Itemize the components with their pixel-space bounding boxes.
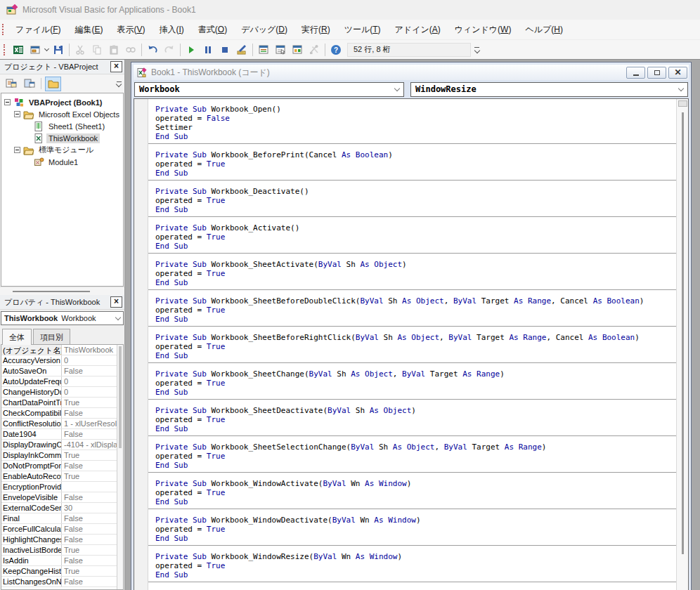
code-line[interactable]: Private Sub Workbook_SheetDeactivate(ByV… — [155, 406, 676, 415]
project-tree-hscrollbar[interactable] — [0, 287, 124, 295]
properties-window-button[interactable] — [272, 41, 289, 58]
property-value[interactable]: False — [62, 492, 117, 502]
code-line[interactable]: Private Sub Workbook_SheetSelectionChang… — [155, 442, 676, 452]
property-row[interactable]: EncryptionProvider — [1, 482, 117, 492]
code-line[interactable]: End Sub — [155, 169, 676, 178]
code-line[interactable]: operated = True — [155, 488, 676, 497]
code-line[interactable]: End Sub — [155, 388, 676, 397]
reset-button[interactable] — [216, 41, 233, 58]
property-value[interactable]: False — [62, 577, 117, 586]
save-button[interactable] — [50, 41, 67, 58]
tree-item-vbaproject-book1[interactable]: VBAProject (Book1) — [1, 96, 123, 108]
property-value[interactable]: False — [62, 513, 117, 523]
tab-alphabetic[interactable]: 全体 — [2, 329, 32, 345]
menu-item-5[interactable]: 書式(O) — [191, 20, 234, 40]
code-line[interactable]: Private Sub Workbook_WindowActivate(ByVa… — [155, 479, 676, 488]
property-row[interactable]: EnvelopeVisibleFalse — [1, 492, 117, 503]
menu-item-6[interactable]: デバッグ(D) — [234, 20, 294, 40]
code-line[interactable]: End Sub — [155, 205, 676, 214]
toolbar-overflow-button[interactable] — [472, 42, 481, 58]
property-row[interactable]: (オブジェクト名)ThisWorkbook — [1, 345, 117, 355]
maximize-button[interactable] — [647, 67, 666, 79]
run-button[interactable] — [183, 41, 200, 58]
property-row[interactable]: AutoUpdateFrequency0 — [1, 376, 117, 387]
code-procedure[interactable]: Private Sub Workbook_SheetChange(ByVal S… — [148, 369, 676, 400]
menu-item-2[interactable]: 編集(E) — [67, 20, 110, 40]
property-value[interactable]: -4104 - xlDisplayShapes — [62, 440, 117, 450]
view-excel-button[interactable] — [10, 41, 27, 58]
code-line[interactable]: operated = True — [155, 525, 676, 534]
properties-object-dropdown[interactable]: ThisWorkbook Workbook — [1, 311, 124, 325]
menu-item-4[interactable]: 挿入(I) — [153, 20, 191, 40]
copy-button[interactable] — [89, 41, 105, 58]
property-value[interactable]: True — [62, 450, 117, 460]
code-procedure[interactable]: Private Sub Workbook_BeforePrint(Cancel … — [148, 150, 676, 181]
code-procedure[interactable]: Private Sub Workbook_SheetSelectionChang… — [148, 442, 676, 473]
paste-button[interactable] — [105, 41, 122, 58]
property-value[interactable]: 0 — [62, 355, 117, 365]
properties-panel-close-button[interactable]: × — [110, 296, 122, 308]
project-panel-close-button[interactable]: × — [110, 61, 122, 72]
code-line[interactable]: operated = True — [155, 342, 676, 351]
property-value[interactable]: True — [62, 545, 117, 555]
tree-item-sheet1-sheet1[interactable]: Sheet1 (Sheet1) — [1, 120, 123, 132]
code-line[interactable]: Private Sub Workbook_BeforePrint(Cancel … — [155, 150, 676, 159]
code-line[interactable]: Private Sub Workbook_Open() — [155, 105, 676, 114]
code-procedure[interactable]: Private Sub Workbook_Open()operated = Fa… — [148, 105, 676, 144]
property-row[interactable]: DisplayInkCommentsTrue — [1, 450, 117, 461]
code-line[interactable]: End Sub — [155, 242, 676, 251]
code-line[interactable]: Private Sub Workbook_WindowDeactivate(By… — [155, 516, 676, 525]
code-procedure[interactable]: Private Sub Workbook_WindowDeactivate(By… — [148, 516, 676, 546]
property-row[interactable]: ChartDataPointTrackTrue — [1, 398, 117, 408]
project-explorer-button[interactable] — [255, 41, 272, 58]
code-line[interactable]: Private Sub Workbook_Activate() — [155, 223, 676, 232]
property-value[interactable]: 0 — [62, 376, 117, 386]
code-line[interactable]: End Sub — [155, 497, 676, 506]
property-row[interactable]: CheckCompatibilityFalse — [1, 408, 117, 419]
redo-button[interactable] — [161, 41, 178, 58]
hscrollbar-thumb[interactable] — [13, 291, 90, 292]
code-line[interactable]: End Sub — [155, 315, 676, 324]
code-procedure[interactable]: Private Sub Workbook_SheetActivate(ByVal… — [148, 260, 676, 290]
property-value[interactable]: False — [62, 524, 117, 534]
property-row[interactable]: ExternalCodeService30 — [1, 503, 117, 513]
tree-item-microsoft-excel-objects[interactable]: Microsoft Excel Objects — [1, 108, 123, 120]
code-line[interactable]: operated = True — [155, 415, 676, 424]
code-line[interactable]: operated = True — [155, 159, 676, 169]
property-row[interactable]: ChangeHistoryDuration0 — [1, 387, 117, 398]
close-button[interactable]: ✕ — [668, 67, 687, 79]
code-margin-indicator-bar[interactable] — [134, 99, 148, 590]
toolbox-button[interactable] — [306, 41, 323, 58]
property-value[interactable]: 1 - xlUserResolution — [62, 419, 117, 428]
code-line[interactable]: End Sub — [155, 132, 676, 141]
break-button[interactable] — [200, 41, 216, 58]
code-procedure[interactable]: Private Sub Workbook_SheetDeactivate(ByV… — [148, 406, 676, 436]
code-line[interactable]: operated = False — [155, 114, 676, 123]
property-row[interactable]: ConflictResolution1 - xlUserResolution — [1, 419, 117, 429]
property-row[interactable]: AccuracyVersion0 — [1, 355, 117, 366]
code-line[interactable]: operated = True — [155, 561, 676, 570]
code-vscrollbar[interactable] — [676, 99, 688, 590]
undo-button[interactable] — [144, 41, 161, 58]
tree-item-thisworkbook[interactable]: ThisWorkbook — [1, 132, 123, 144]
tree-item-module1[interactable]: Module1 — [1, 156, 123, 168]
help-button[interactable]: ? — [328, 41, 344, 58]
code-line[interactable]: End Sub — [155, 534, 676, 543]
menu-item-9[interactable]: アドイン(A) — [388, 20, 448, 40]
code-line[interactable]: operated = True — [155, 269, 676, 278]
find-button[interactable] — [122, 41, 139, 58]
toolbar-grip[interactable] — [4, 44, 7, 55]
property-row[interactable]: AutoSaveOnFalse — [1, 366, 117, 376]
code-line[interactable]: End Sub — [155, 461, 676, 470]
menu-item-11[interactable]: ヘルプ(H) — [518, 20, 570, 40]
minimize-button[interactable] — [626, 67, 645, 79]
code-line[interactable]: End Sub — [155, 351, 676, 360]
code-line[interactable]: Private Sub Workbook_SheetBeforeDoubleCl… — [155, 296, 676, 306]
code-line[interactable]: operated = True — [155, 306, 676, 315]
property-value[interactable]: False — [62, 429, 117, 439]
code-line[interactable]: End Sub — [155, 424, 676, 433]
code-procedure[interactable]: Private Sub Workbook_WindowActivate(ByVa… — [148, 479, 676, 509]
project-toolbar-overflow-button[interactable] — [115, 81, 123, 86]
property-value[interactable]: False — [62, 366, 117, 376]
code-procedure[interactable]: Private Sub Workbook_SheetBeforeDoubleCl… — [148, 296, 676, 327]
